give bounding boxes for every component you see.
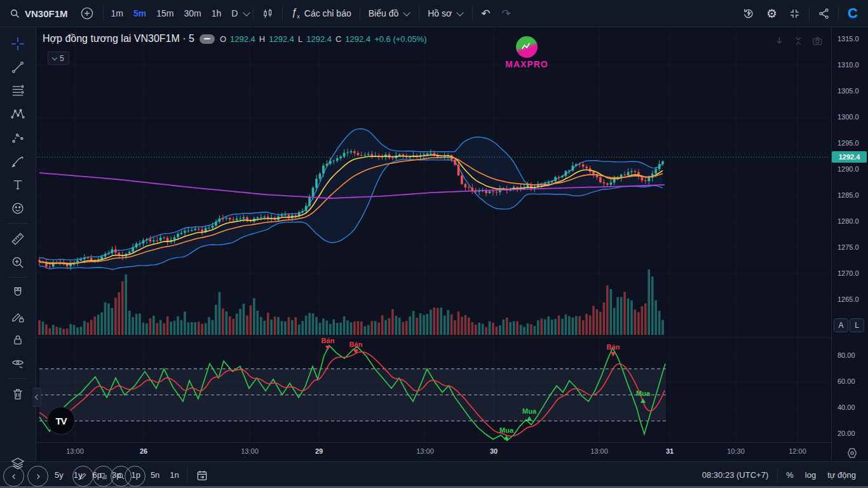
hexagon-settings-icon [845,446,859,460]
profile-button[interactable]: Hồ sơ [422,4,470,23]
overlay-next-button[interactable] [27,466,48,487]
indicators-button[interactable]: ƒx Các chỉ báo [285,4,356,23]
range-5y[interactable]: 5y [50,470,69,480]
stay-in-drawing-mode-tool[interactable] [6,304,30,328]
time-tick: 13:00 [409,447,442,455]
price-tick: 1315.0 [837,35,859,43]
broker-logo[interactable]: C [841,5,864,22]
drawing-toolbar [0,27,36,461]
instrument-title: Hợp đồng tương lai VN30F1M · 5 [43,33,194,44]
toolbar-right-group: ⚙ C [736,4,864,23]
price-tick: 1265.0 [837,295,859,303]
top-toolbar: VN30F1M 1m5m15m30m1hD ƒx Các chỉ báo Biể… [0,0,868,27]
axis-settings-button[interactable] [845,446,859,460]
interval-15m[interactable]: 15m [151,8,179,18]
lock-all-drawings-tool[interactable] [6,328,30,351]
text-icon [11,178,25,192]
interval-1m[interactable]: 1m [106,8,128,18]
time-tick: 13:00 [233,447,266,455]
close-value: 1292.4 [345,34,370,44]
price-axis[interactable]: 1315.01310.01305.01300.01295.01290.01285… [831,27,868,461]
zoom-in-tool[interactable] [6,250,30,274]
chevron-down-icon [52,55,57,60]
compare-add-button[interactable] [74,4,100,23]
svg-text:Bán: Bán [322,337,335,344]
log-scale-button-l[interactable]: L [850,318,864,332]
divider [838,6,839,20]
emoji-tool[interactable] [6,196,30,220]
overlay-ring[interactable] [125,466,146,487]
range-1n[interactable]: 1n [165,470,184,480]
xabcd-pattern-tool[interactable] [6,102,30,126]
divider [103,6,104,20]
windows-icon [99,472,107,480]
indicator-tick: 60.00 [837,377,855,385]
fib-retracement-tool[interactable] [6,79,30,102]
redo-button[interactable]: ↷ [496,4,516,23]
time-tick: 13:00 [58,447,92,455]
brush-tool[interactable] [6,149,30,173]
remove-objects-tool[interactable] [6,382,30,405]
time-axis[interactable]: 13:002613:002913:003013:003110:3012:00 [36,442,831,462]
price-tick: 1285.0 [837,191,859,199]
market-replay-button[interactable] [736,4,761,23]
crosshair-icon [10,36,25,51]
eye-icon [11,356,25,370]
svg-text:Mua: Mua [522,407,537,415]
arrow-right-icon [34,473,42,480]
percent-scale-button[interactable]: % [780,470,799,480]
pane-controls [774,36,823,46]
profile-label: Hồ sơ [428,8,452,18]
indicators-label: Các chỉ báo [304,8,351,18]
measure-ruler-tool[interactable] [6,227,30,250]
magnet-tool[interactable] [6,281,30,304]
fullscreen-button[interactable] [783,4,806,23]
share-button[interactable] [812,4,836,23]
chart-pane[interactable]: BánBánBánMuaMuaMua [0,0,868,488]
sidebar-collapse-handle[interactable] [32,388,41,407]
overlay-pen-button[interactable] [72,466,93,487]
go-to-date-button[interactable] [190,466,214,485]
clock[interactable]: 08:30:23 (UTC+7) [696,470,775,480]
divider [419,6,419,20]
forecast-tool[interactable] [6,126,30,149]
close-label: C [336,34,341,44]
hide-series-toggle[interactable] [200,34,215,44]
indicator-legend-chip[interactable]: 5 [48,51,69,65]
interval-5m[interactable]: 5m [128,8,151,18]
collapse-pane-icon[interactable] [793,36,804,46]
text-tool[interactable] [6,173,30,196]
chart-layout-button[interactable]: Biểu đồ [363,4,416,23]
divider [187,468,187,482]
svg-text:Bán: Bán [607,343,620,351]
arrow-left-icon [10,473,18,480]
symbol-search-button[interactable]: VN30F1M [4,4,74,23]
interval-30m[interactable]: 30m [179,8,206,18]
interval-menu-chevron[interactable] [243,9,250,16]
price-tick: 1290.0 [837,165,859,173]
overlay-prev-button[interactable] [3,466,24,487]
settings-gear-button[interactable]: ⚙ [761,4,783,23]
auto-scale-button[interactable]: tự động [822,470,862,480]
trend-line-tool[interactable] [6,55,30,79]
time-tick: 26 [127,447,160,455]
chart-style-button[interactable] [256,4,280,23]
ruler-icon [11,232,25,246]
pen-icon [79,472,87,480]
trash-icon [11,387,25,401]
range-5n[interactable]: 5n [146,470,165,480]
time-tick: 31 [653,447,686,455]
interval-1h[interactable]: 1h [207,8,227,18]
price-tick: 1305.0 [837,87,859,95]
divider [282,6,283,20]
arrow-down-icon[interactable] [774,36,785,46]
camera-icon[interactable] [812,36,823,46]
divider [7,277,29,278]
auto-scale-button-a[interactable]: A [834,318,848,332]
hide-drawings-tool[interactable] [6,351,30,375]
undo-button[interactable]: ↶ [475,4,496,23]
log-scale-button[interactable]: log [799,470,822,480]
interval-D[interactable]: D [226,8,243,18]
tradingview-logo[interactable]: TV [47,407,75,435]
crosshair-tool[interactable] [6,32,30,55]
